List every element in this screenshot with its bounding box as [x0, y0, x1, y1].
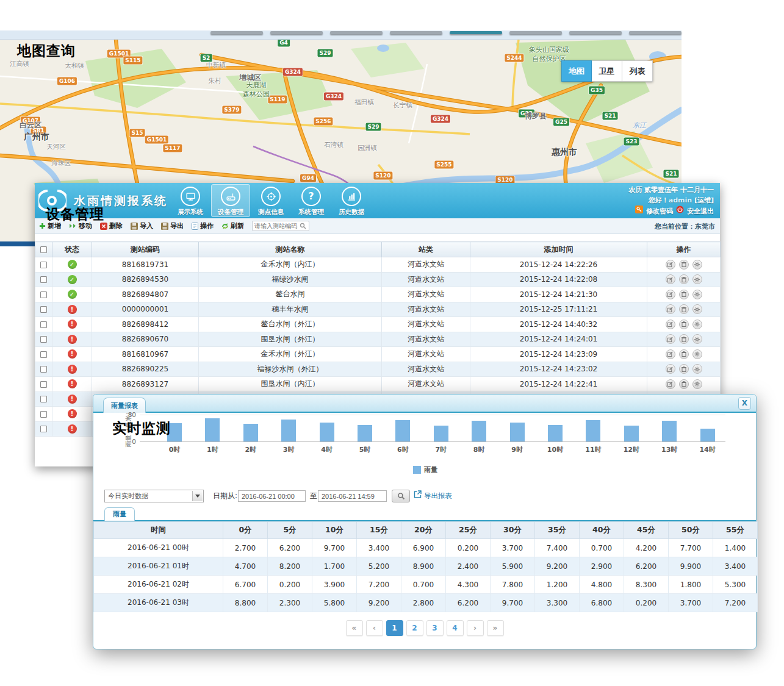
rain-row: 2016-06-21 00时2.7006.2009.7003.4006.9000… [94, 539, 758, 557]
settings-button[interactable] [692, 379, 702, 389]
export-report-link[interactable]: 导出报表 [414, 490, 452, 502]
taskbar-tab[interactable] [450, 31, 502, 34]
select-all-checkbox[interactable] [40, 246, 47, 253]
pager-arrow[interactable]: » [487, 620, 504, 636]
row-checkbox[interactable] [40, 262, 47, 268]
map-label: 天鹿湖 森林公园 [243, 80, 270, 99]
rain-value: 6.200 [624, 557, 669, 576]
export-icon [414, 490, 422, 502]
row-checkbox[interactable] [40, 321, 47, 328]
search-button[interactable] [392, 490, 410, 502]
date-from-input[interactable] [238, 490, 306, 502]
close-icon[interactable]: X [738, 397, 751, 410]
bar-3时 [281, 420, 296, 441]
delete-row-button[interactable] [679, 304, 689, 314]
edit-button[interactable] [666, 260, 675, 270]
row-checkbox[interactable] [40, 396, 47, 402]
toolbar-import-button[interactable]: 导入 [131, 221, 153, 230]
edit-button[interactable] [666, 320, 675, 329]
nav-item-device[interactable]: 设备管理 [211, 184, 250, 217]
toolbar-operate-button[interactable]: 操作 [192, 221, 214, 230]
toolbar-refresh-button[interactable]: 刷新 [221, 221, 244, 230]
bar-2时 [243, 424, 258, 441]
tab-rain[interactable]: 雨量 [104, 507, 135, 521]
row-checkbox[interactable] [40, 291, 47, 298]
row-checkbox[interactable] [40, 411, 47, 418]
row-checkbox[interactable] [40, 366, 47, 373]
map-view-button-active[interactable]: 地图 [561, 60, 592, 82]
edit-button[interactable] [666, 290, 675, 299]
row-checkbox[interactable] [40, 306, 47, 313]
row-checkbox[interactable] [40, 381, 47, 388]
delete-row-button[interactable] [679, 379, 689, 389]
edit-button[interactable] [666, 274, 675, 284]
taskbar-tab[interactable] [330, 31, 383, 34]
rain-value: 4.700 [223, 557, 268, 576]
edit-button[interactable] [666, 304, 675, 314]
map-view-button-inactive[interactable]: 卫星 [592, 60, 622, 82]
settings-button[interactable] [692, 290, 702, 299]
taskbar-tab[interactable] [390, 31, 442, 34]
row-checkbox[interactable] [40, 276, 47, 283]
status-error-icon: ! [68, 320, 77, 329]
row-checkbox[interactable] [40, 351, 47, 358]
pager-arrow[interactable]: « [346, 620, 363, 636]
nav-item-question[interactable]: ?系统管理 [292, 184, 331, 217]
pager-page-4[interactable]: 4 [447, 620, 464, 636]
settings-button[interactable] [692, 260, 702, 270]
date-to-input[interactable] [318, 490, 387, 502]
rain-col-minute: 30分 [491, 522, 535, 539]
edit-button[interactable] [666, 349, 675, 359]
delete-row-button[interactable] [679, 320, 689, 329]
station-type: 河道水文站 [382, 347, 470, 362]
taskbar-tab[interactable] [569, 31, 622, 34]
settings-button[interactable] [692, 274, 702, 284]
operate-icon [192, 223, 198, 230]
edit-button[interactable] [666, 334, 675, 344]
delete-row-button[interactable] [679, 364, 689, 374]
settings-button[interactable] [692, 304, 702, 314]
edit-button[interactable] [666, 379, 675, 389]
taskbar-tab[interactable] [270, 31, 323, 34]
edit-button[interactable] [666, 364, 675, 374]
map-view-button-inactive[interactable]: 列表 [622, 60, 653, 82]
row-checkbox[interactable] [40, 426, 47, 432]
pager-page-3[interactable]: 3 [426, 620, 444, 636]
nav-item-monitor[interactable]: 展示系统 [171, 184, 210, 217]
data-range-select[interactable]: 今日实时数据 [104, 490, 204, 502]
taskbar-tab[interactable] [629, 31, 682, 34]
nav-label: 展示系统 [171, 208, 210, 216]
toolbar-export-button[interactable]: 导出 [161, 221, 184, 230]
settings-button[interactable] [692, 349, 702, 359]
delete-row-button[interactable] [679, 349, 689, 359]
chevron-down-icon[interactable] [192, 491, 203, 501]
station-type: 河道水文站 [382, 257, 470, 273]
added-time: 2015-12-24 14:22:26 [470, 257, 647, 273]
rain-time: 2016-06-21 00时 [94, 539, 223, 557]
rain-col-minute: 5分 [268, 522, 312, 539]
pager-arrow[interactable]: › [467, 620, 484, 636]
nav-item-history[interactable]: 历史数据 [332, 184, 371, 217]
delete-row-button[interactable] [679, 260, 689, 270]
settings-button[interactable] [692, 334, 702, 344]
taskbar-tab[interactable] [210, 31, 263, 34]
road-shield: S255 [434, 161, 453, 169]
rain-col-minute: 40分 [580, 522, 624, 539]
pager-arrow[interactable]: ‹ [366, 620, 383, 636]
pager-page-1[interactable]: 1 [386, 620, 403, 636]
station-row: ✓8826894807鳌台水闸河道水文站2015-12-24 14:21:30 [35, 287, 721, 302]
logout-link[interactable]: 安全退出 [687, 206, 714, 216]
delete-row-button[interactable] [679, 274, 689, 284]
pager-page-2[interactable]: 2 [406, 620, 423, 636]
x-tick-label: 12时 [624, 445, 639, 454]
settings-button[interactable] [692, 364, 702, 374]
change-password-link[interactable]: 修改密码 [646, 206, 673, 216]
delete-row-button[interactable] [679, 334, 689, 344]
row-checkbox[interactable] [40, 336, 47, 343]
settings-button[interactable] [692, 320, 702, 329]
station-search-input[interactable] [254, 223, 300, 229]
search-icon[interactable] [300, 220, 306, 232]
taskbar-tab[interactable] [509, 31, 562, 34]
nav-item-target[interactable]: 测点信息 [251, 184, 290, 217]
delete-row-button[interactable] [679, 290, 689, 299]
